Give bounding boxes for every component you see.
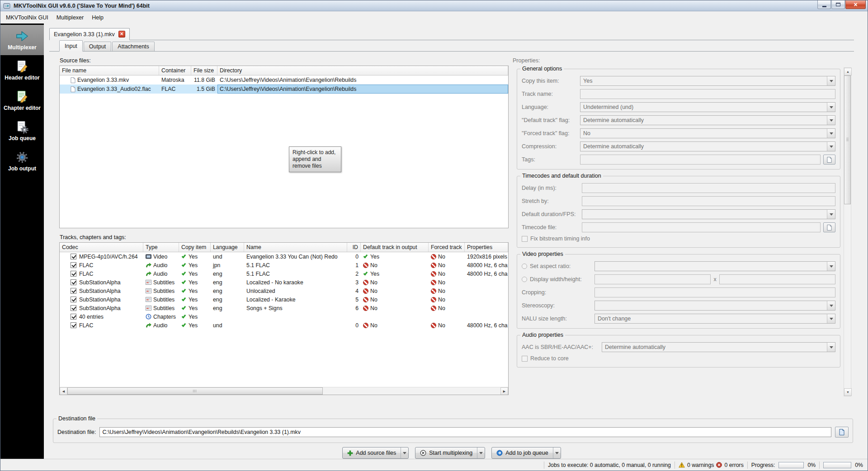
- close-button[interactable]: [845, 0, 866, 9]
- tab-close-button[interactable]: [118, 31, 125, 38]
- track-row[interactable]: SubStationAlpha Subtitles Yes eng Unloca…: [60, 287, 508, 295]
- statusbar-separator: [747, 462, 748, 469]
- column-header-type[interactable]: Type: [143, 243, 179, 252]
- scrollbar-thumb[interactable]: [67, 387, 323, 395]
- display-width-input[interactable]: [594, 274, 711, 284]
- statusbar-separator: [675, 462, 675, 469]
- track-checkbox-checked[interactable]: [71, 314, 76, 320]
- tab-input[interactable]: Input: [59, 40, 83, 52]
- column-header-directory[interactable]: Directory: [217, 66, 508, 75]
- sidebar-item-multiplexer[interactable]: Multiplexer: [0, 25, 44, 55]
- column-header-properties[interactable]: Properties: [465, 243, 508, 252]
- stretch-by-input[interactable]: [582, 196, 835, 206]
- cropping-input[interactable]: [594, 287, 835, 297]
- track-name-input[interactable]: [580, 89, 835, 99]
- track-checkbox-checked[interactable]: [71, 288, 76, 294]
- menu-item-mkvtoolnix-gui[interactable]: MKVToolNix GUI: [2, 13, 52, 23]
- start-multiplexing-menu-button[interactable]: [477, 447, 485, 458]
- language-select[interactable]: Undetermined (und): [580, 102, 835, 112]
- maximize-button[interactable]: [831, 0, 845, 9]
- menu-item-help[interactable]: Help: [88, 13, 108, 23]
- chevron-down-icon: [827, 129, 835, 138]
- source-file-row[interactable]: Evangelion 3.33.mkv Matroska 11.8 GiB C:…: [60, 75, 508, 85]
- minimize-button[interactable]: [817, 0, 831, 9]
- track-row[interactable]: MPEG-4p10/AVC/h.264 Video Yes und Evange…: [60, 252, 508, 261]
- column-header-name[interactable]: Name: [244, 243, 347, 252]
- track-checkbox-checked[interactable]: [71, 262, 76, 268]
- sidebar-item-header-editor[interactable]: Header editor: [0, 55, 44, 85]
- aac-sbr-label: AAC is SBR/HE-AAC/AAC+:: [522, 344, 599, 350]
- column-header-container[interactable]: Container: [159, 66, 191, 75]
- column-header-forced-track[interactable]: Forced track: [429, 243, 465, 252]
- jobs-to-execute-text: Jobs to execute: 0 automatic, 0 manual, …: [548, 462, 671, 468]
- column-header-default-track[interactable]: Default track in output: [361, 243, 429, 252]
- copy-this-item-select[interactable]: Yes: [580, 76, 835, 86]
- track-checkbox-checked[interactable]: [71, 254, 76, 259]
- add-to-job-queue-button[interactable]: Add to job queue: [491, 447, 561, 459]
- track-checkbox-checked[interactable]: [71, 305, 76, 311]
- start-multiplexing-button[interactable]: Start multiplexing: [415, 447, 485, 459]
- track-checkbox-checked[interactable]: [71, 279, 76, 285]
- track-row[interactable]: FLAC Audio Yes und 0 No No 48000 Hz, 6 c…: [60, 321, 508, 330]
- display-dimensions-radio[interactable]: [522, 277, 527, 282]
- scroll-down-button[interactable]: [844, 388, 852, 396]
- fix-bitstream-checkbox[interactable]: [522, 236, 528, 242]
- vertical-scrollbar[interactable]: [844, 67, 851, 396]
- column-header-language[interactable]: Language: [211, 243, 244, 252]
- track-row[interactable]: SubStationAlpha Subtitles Yes eng Locali…: [60, 278, 508, 287]
- track-row[interactable]: SubStationAlpha Subtitles Yes eng Locali…: [60, 295, 508, 304]
- sidebar-item-job-output[interactable]: Job output: [0, 146, 44, 176]
- track-row[interactable]: SubStationAlpha Subtitles Yes eng Songs …: [60, 304, 508, 312]
- display-height-input[interactable]: [719, 274, 835, 284]
- destination-file-input[interactable]: [99, 427, 831, 437]
- tab-evangelion-mkv[interactable]: Evangelion 3.33 (1).mkv: [49, 28, 130, 40]
- scrollbar-thumb[interactable]: [844, 75, 851, 204]
- horizontal-scrollbar[interactable]: [60, 387, 508, 395]
- track-row[interactable]: 40 entries Chapters Yes: [60, 312, 508, 321]
- menu-item-multiplexer[interactable]: Multiplexer: [52, 13, 88, 23]
- file-directory: C:\Users\Jeffrey\Videos\Animation\Evange…: [217, 85, 508, 94]
- sidebar-item-job-queue[interactable]: Job queue: [0, 116, 44, 146]
- nalu-size-select[interactable]: Don't change: [594, 314, 835, 324]
- timecode-file-input[interactable]: [582, 222, 821, 232]
- track-checkbox-checked[interactable]: [71, 322, 76, 328]
- track-checkbox-checked[interactable]: [71, 297, 76, 302]
- track-row[interactable]: FLAC Audio Yes jpn 5.1 FLAC 1 No No 4800…: [60, 261, 508, 269]
- source-file-row-selected[interactable]: Evangelion 3.33_Audio02.flac FLAC 1.5 Gi…: [60, 85, 508, 94]
- document-tab-bar: Evangelion 3.33 (1).mkv: [49, 24, 854, 40]
- aspect-ratio-select[interactable]: [594, 261, 835, 271]
- aac-sbr-select[interactable]: Determine automatically: [602, 342, 835, 352]
- track-checkbox-checked[interactable]: [71, 271, 76, 277]
- default-track-flag-select[interactable]: Determine automatically: [580, 115, 835, 125]
- tab-attachments[interactable]: Attachments: [112, 42, 154, 51]
- header-editor-icon: [15, 60, 29, 73]
- column-header-copy-item[interactable]: Copy item: [179, 243, 211, 252]
- timecode-file-browse-button[interactable]: [823, 222, 835, 232]
- delay-input[interactable]: [582, 183, 835, 193]
- scroll-up-button[interactable]: [844, 68, 852, 75]
- column-header-codec[interactable]: Codec: [60, 243, 143, 252]
- column-header-id[interactable]: ID: [347, 243, 361, 252]
- compression-select[interactable]: Determine automatically: [580, 141, 835, 151]
- scroll-right-button[interactable]: [500, 387, 508, 395]
- default-duration-select[interactable]: [582, 209, 835, 219]
- stereoscopy-select[interactable]: [594, 301, 835, 311]
- tags-browse-button[interactable]: [823, 155, 835, 165]
- reduce-to-core-checkbox[interactable]: [522, 356, 528, 362]
- track-row[interactable]: FLAC Audio Yes eng 5.1 FLAC 2 Yes No 480…: [60, 269, 508, 278]
- column-header-file-size[interactable]: File size: [191, 66, 217, 75]
- add-source-files-menu-button[interactable]: [401, 447, 408, 458]
- add-source-files-button[interactable]: Add source files: [342, 447, 409, 459]
- title-bar[interactable]: MKVToolNix GUI v9.6.0 ('Slave To Your Mi…: [0, 0, 868, 11]
- tab-output[interactable]: Output: [84, 42, 112, 51]
- track-language: und: [211, 252, 244, 261]
- forced-track-flag-select[interactable]: No: [580, 128, 835, 138]
- file-icon: [71, 86, 75, 92]
- destination-browse-button[interactable]: [835, 427, 849, 438]
- tags-input[interactable]: [580, 155, 821, 165]
- scroll-left-button[interactable]: [60, 387, 67, 395]
- add-to-job-queue-menu-button[interactable]: [553, 447, 561, 458]
- aspect-ratio-radio[interactable]: [522, 264, 527, 269]
- sidebar-item-chapter-editor[interactable]: Chapter editor: [0, 85, 44, 116]
- column-header-file-name[interactable]: File name: [60, 66, 159, 75]
